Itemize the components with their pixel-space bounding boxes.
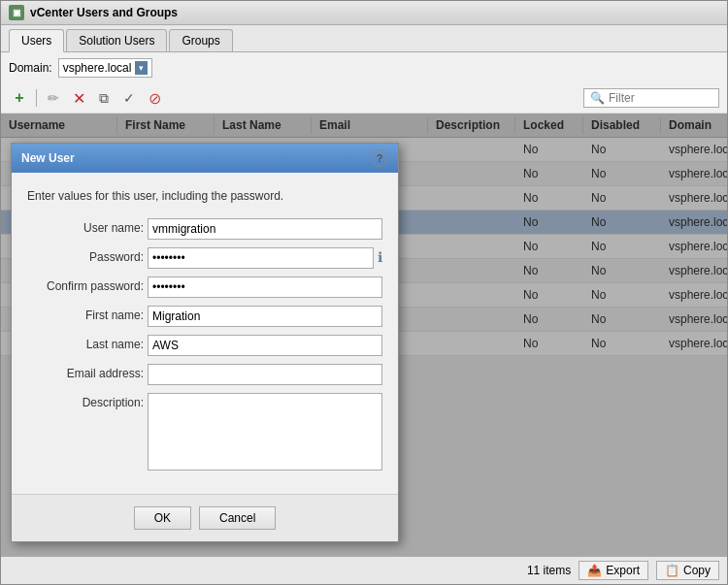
tab-solution-users[interactable]: Solution Users (66, 29, 167, 51)
username-input[interactable] (148, 218, 382, 240)
form-row-lastname: Last name: (27, 335, 382, 356)
main-content: Username First Name Last Name Email Desc… (1, 114, 727, 556)
modal-overlay: New User ? Enter values for this user, i… (1, 114, 727, 556)
domain-dropdown-arrow[interactable]: ▾ (135, 61, 148, 75)
modal-body: Enter values for this user, including th… (12, 173, 398, 494)
cancel-button[interactable]: Cancel (199, 506, 276, 530)
lastname-label: Last name: (27, 335, 144, 351)
confirm-password-label: Confirm password: (27, 276, 144, 293)
toolbar: + ✏ ✕ ⧉ ✓ ⊘ 🔍 (1, 83, 727, 114)
password-input[interactable] (148, 247, 374, 269)
toolbar-separator (36, 89, 37, 107)
username-label: User name: (27, 218, 144, 235)
window-title: vCenter Users and Groups (30, 6, 178, 19)
password-info-icon[interactable]: ℹ (378, 247, 382, 265)
confirm-password-input[interactable] (148, 276, 382, 298)
tab-users[interactable]: Users (9, 29, 64, 52)
domain-label: Domain: (9, 61, 52, 75)
window-icon: ▣ (9, 5, 24, 20)
add-button[interactable]: + (9, 87, 30, 109)
form-row-email: Email address: (27, 364, 382, 385)
delete-button[interactable]: ✕ (68, 87, 89, 109)
lastname-input[interactable] (148, 335, 382, 356)
item-count: 11 items (527, 564, 571, 577)
form-row-username: User name: (27, 218, 382, 240)
copy-icon: 📋 (665, 564, 679, 577)
check-button[interactable]: ✓ (118, 87, 140, 109)
title-bar: ▣ vCenter Users and Groups (1, 1, 727, 25)
domain-bar: Domain: vsphere.local ▾ (1, 52, 727, 83)
help-icon[interactable]: ? (371, 149, 388, 167)
edit-button[interactable]: ✏ (43, 87, 64, 109)
search-icon: 🔍 (590, 91, 605, 105)
copy-button[interactable]: ⧉ (93, 87, 115, 109)
form-row-confirm-password: Confirm password: (27, 276, 382, 298)
tab-bar: Users Solution Users Groups (1, 25, 727, 52)
copy-all-button[interactable]: 📋 Copy (656, 561, 719, 580)
email-label: Email address: (27, 364, 144, 380)
ok-button[interactable]: OK (134, 506, 191, 530)
export-icon: 📤 (587, 564, 602, 577)
main-window: ▣ vCenter Users and Groups Users Solutio… (0, 0, 728, 585)
filter-input[interactable] (609, 91, 712, 105)
domain-value: vsphere.local (63, 61, 132, 75)
firstname-label: First name: (27, 306, 144, 322)
tab-groups[interactable]: Groups (169, 29, 232, 51)
export-button[interactable]: 📤 Export (579, 561, 648, 580)
modal-footer: OK Cancel (12, 494, 398, 541)
form-row-password: Password: ℹ (27, 247, 382, 269)
firstname-input[interactable] (148, 306, 382, 327)
block-button[interactable]: ⊘ (144, 87, 165, 109)
email-input[interactable] (148, 364, 382, 385)
description-input[interactable] (148, 393, 382, 471)
domain-select[interactable]: vsphere.local ▾ (58, 58, 153, 78)
modal-title-bar: New User ? (12, 144, 398, 173)
new-user-modal: New User ? Enter values for this user, i… (11, 143, 399, 542)
modal-description: Enter values for this user, including th… (27, 188, 382, 205)
status-bar: 11 items 📤 Export 📋 Copy (1, 556, 727, 584)
description-label: Description: (27, 393, 144, 409)
form-row-firstname: First name: (27, 306, 382, 327)
password-label: Password: (27, 247, 144, 264)
modal-title: New User (21, 151, 75, 165)
form-row-description: Description: (27, 393, 382, 471)
filter-box: 🔍 (583, 88, 719, 108)
